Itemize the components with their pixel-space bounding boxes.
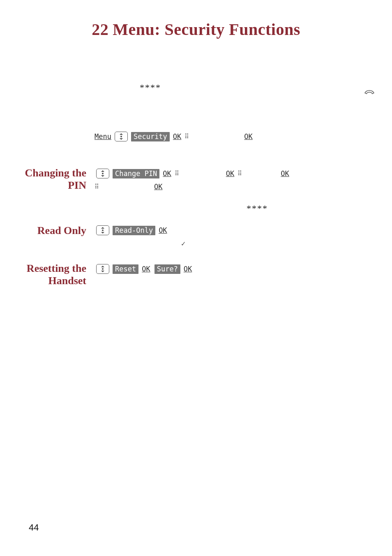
change-pin-row-2: ⠿ OK bbox=[95, 183, 162, 191]
heading-line2: Handset bbox=[48, 275, 86, 287]
menu-item-reset[interactable]: Reset bbox=[113, 264, 138, 274]
page-title: 22Menu: Security Functions bbox=[0, 20, 392, 39]
ok-softkey[interactable]: OK bbox=[173, 132, 181, 141]
read-only-row: Read-Only OK bbox=[95, 225, 167, 235]
ok-softkey-2[interactable]: OK bbox=[184, 265, 192, 273]
heading-line1: Changing the bbox=[25, 167, 86, 179]
keypad-icon: ⠿ bbox=[238, 170, 242, 177]
ok-softkey-4[interactable]: OK bbox=[154, 183, 162, 191]
change-pin-mask: **** bbox=[247, 203, 268, 214]
intro-pin-mask: **** bbox=[140, 82, 161, 93]
ok-softkey[interactable]: OK bbox=[163, 169, 171, 178]
chapter-number: 22 bbox=[92, 20, 108, 39]
ok-softkey[interactable]: OK bbox=[142, 265, 150, 273]
menu-path-row: Menu Security OK ⠿ OK bbox=[95, 132, 253, 141]
menu-item-read-only[interactable]: Read-Only bbox=[113, 226, 155, 235]
reset-row: Reset OK Sure? OK bbox=[95, 264, 192, 274]
keypad-icon: ⠿ bbox=[184, 133, 189, 140]
page-number: 44 bbox=[29, 522, 39, 533]
heading-line2: PIN bbox=[68, 179, 86, 191]
chapter-title: Menu: Security Functions bbox=[113, 20, 300, 39]
rocker-icon[interactable] bbox=[96, 264, 109, 274]
ok-softkey-3[interactable]: OK bbox=[281, 169, 289, 178]
keypad-icon: ⠿ bbox=[95, 183, 99, 190]
hangup-icon bbox=[364, 88, 375, 99]
keypad-icon: ⠿ bbox=[175, 170, 179, 177]
ok-softkey-2[interactable]: OK bbox=[226, 169, 234, 178]
ok-softkey-2[interactable]: OK bbox=[244, 132, 252, 141]
section-heading-change-pin: Changing the PIN bbox=[8, 167, 86, 192]
heading-line1: Read Only bbox=[37, 225, 86, 236]
masked-pin: **** bbox=[247, 203, 268, 213]
check-icon: ✓ bbox=[181, 240, 186, 248]
menu-softkey[interactable]: Menu bbox=[95, 132, 111, 141]
menu-item-security[interactable]: Security bbox=[131, 132, 170, 141]
rocker-icon[interactable] bbox=[96, 225, 109, 235]
rocker-icon[interactable] bbox=[96, 169, 109, 178]
menu-item-change-pin[interactable]: Change PIN bbox=[113, 169, 159, 178]
heading-line1: Resetting the bbox=[27, 262, 86, 274]
change-pin-row: Change PIN OK ⠿ OK ⠿ OK bbox=[95, 169, 349, 178]
rocker-icon[interactable] bbox=[115, 132, 128, 141]
confirm-prompt: Sure? bbox=[154, 264, 180, 274]
masked-pin: **** bbox=[140, 82, 161, 93]
section-heading-reset: Resetting the Handset bbox=[8, 262, 86, 287]
ok-softkey[interactable]: OK bbox=[159, 226, 167, 234]
section-heading-read-only: Read Only bbox=[8, 225, 86, 237]
